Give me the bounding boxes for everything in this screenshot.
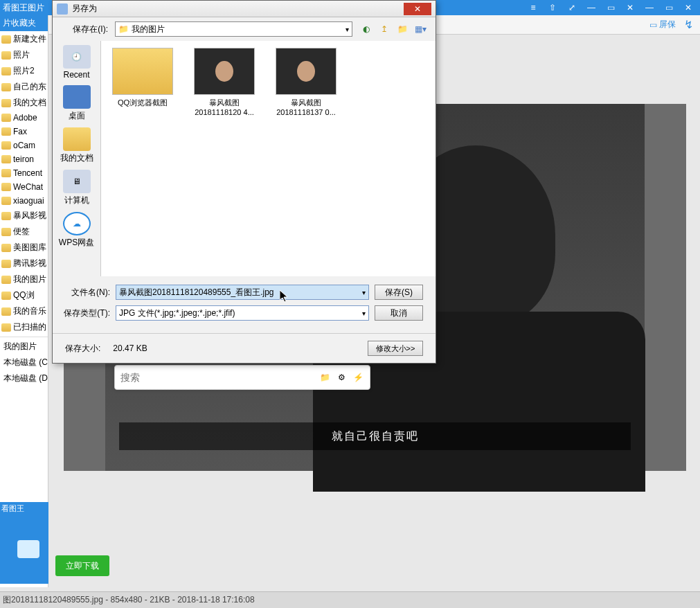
place-recent[interactable]: 🕘Recent [62,44,92,81]
chevron-down-icon[interactable]: ▾ [362,310,366,317]
restore-icon[interactable]: ▭ [602,1,620,14]
view-icon[interactable]: ▦▾ [413,22,427,36]
filetype-combo[interactable]: JPG 文件(*.jpg;*.jpeg;*.jpe;*.jfif) ▾ [116,305,369,321]
sidebar-item[interactable]: 便签 [0,224,48,240]
pin-icon[interactable]: ⇧ [544,1,562,14]
file-item[interactable]: QQ浏览器截图 [108,48,177,107]
search-input[interactable] [120,372,314,383]
sidebar-item[interactable]: xiaoguai [0,194,48,208]
sidebar-item[interactable]: 照片2 [0,63,48,79]
folder-icon [1,127,11,136]
sidebar-item[interactable]: 暴风影视 [0,208,48,224]
size-label: 保存大小: [65,343,100,355]
back-icon[interactable]: ◐ [359,22,373,36]
place-desktop[interactable]: 桌面 [62,84,92,123]
file-item[interactable]: 暴风截图20181118120 4... [190,48,259,118]
screensaver-button[interactable]: ▭ 屏保 [649,19,676,30]
sidebar-item-label: 自己的东 [13,81,46,93]
cancel-button[interactable]: 取消 [375,305,423,321]
folder-icon [1,228,11,236]
sidebar-item[interactable]: 自己的东 [0,79,48,95]
sidebar-item[interactable]: 我的图片 [0,271,48,287]
sidebar-item-label: 美图图库 [13,242,46,253]
sidebar-item[interactable]: QQ浏 [0,287,48,303]
sidebar-item-label: 我的图片 [13,274,46,285]
download-button[interactable]: 立即下载 [55,555,109,576]
folder-icon [1,307,11,316]
sidebar-item[interactable]: teiron [0,152,48,166]
filename-input[interactable] [119,287,362,297]
sidebar-item-label: xiaoguai [13,196,44,206]
folder-icon [1,197,11,205]
folder-icon [1,114,11,122]
sidebar-item-label: Fax [13,127,27,136]
minimize-icon[interactable]: — [582,1,600,14]
sidebar-item-label: 新建文件 [13,33,46,45]
sidebar-item[interactable]: 已扫描的 [0,319,48,335]
file-name: 暴风截图20181118120 4... [195,98,254,118]
dialog-title-text: 另存为 [72,3,97,15]
outer-close-icon[interactable]: ✕ [679,1,697,14]
sidebar-item[interactable]: 本地磁盘 (D [0,370,48,386]
save-in-select[interactable]: 📁 我的图片 ▾ [115,21,352,37]
resize-button[interactable]: 修改大小>> [368,341,423,356]
sidebar-item[interactable]: 美图图库 [0,240,48,256]
sidebar-item[interactable]: 我的图片 [0,339,48,355]
fullscreen-icon[interactable]: ⤢ [563,1,581,14]
up-icon[interactable]: ↥ [377,22,391,36]
chevron-down-icon[interactable]: ▾ [362,289,366,296]
sidebar-item-label: 本地磁盘 (C [3,357,48,368]
file-item[interactable]: 暴风截图20181118137 0... [271,48,341,118]
file-name: QQ浏览器截图 [118,98,168,107]
gear-icon[interactable]: ⚙ [335,371,348,384]
sidebar-item[interactable]: Fax [0,125,48,138]
search-bar[interactable]: 📁 ⚙ ⚡ [114,365,370,390]
new-folder-icon[interactable]: 📁 [395,22,409,36]
wps-icon: ☁ [63,212,91,235]
sidebar-item-label: 我的文档 [13,97,46,109]
outer-restore-icon[interactable]: ▭ [660,1,678,14]
sidebar-item[interactable]: 照片 [0,47,48,63]
place-computer[interactable]: 🖥计算机 [62,168,92,208]
sidebar-item[interactable]: 腾讯影视 [0,256,48,271]
sidebar-item-label: oCam [13,141,35,150]
menu-icon[interactable]: ≡ [524,1,542,14]
video-subtitle: 就自己很自责吧 [119,422,631,450]
folder-icon [1,155,11,163]
place-wps[interactable]: ☁WPS网盘 [57,211,96,250]
sidebar-item[interactable]: 本地磁盘 (C [0,355,48,370]
image-thumbnail [276,48,336,95]
sidebar-item-label: 照片2 [13,65,35,77]
sidebar-item-label: 便签 [13,226,30,238]
place-label: 桌面 [69,110,85,122]
save-button[interactable]: 保存(S) [375,285,423,300]
sidebar-item[interactable]: Adobe [0,111,48,125]
folder-icon[interactable]: 📁 [318,371,331,384]
filename-combo[interactable]: ▾ [116,285,369,300]
sidebar-item-label: 暴风影视 [13,210,46,222]
dialog-titlebar[interactable]: 另存为 ✕ [53,1,436,17]
outer-minimize-icon[interactable]: — [640,1,658,14]
place-mydocs[interactable]: 我的文档 [59,126,95,166]
sidebar-item[interactable]: 我的音乐 [0,303,48,319]
statusbar: 图20181118120489555.jpg - 854x480 - 21KB … [0,591,700,608]
sidebar-item[interactable]: WeChat [0,180,48,194]
sidebar-item-label: Adobe [13,113,37,123]
sidebar-item-label: 照片 [13,49,30,61]
folder-icon [1,99,11,107]
file-name: 暴风截图20181118137 0... [276,98,336,118]
file-list[interactable]: QQ浏览器截图暴风截图20181118120 4...暴风截图201811181… [101,41,436,276]
sidebar-item[interactable]: oCam [0,138,48,152]
sidebar-item[interactable]: 我的文档 [0,95,48,111]
sidebar-item[interactable]: Tencent [0,166,48,180]
bolt-icon[interactable]: ⚡ [352,371,364,384]
folder-icon [1,67,11,75]
sidebar-header: 片收藏夹 [0,15,48,31]
settings-icon[interactable]: ↯ [684,18,693,31]
dialog-close-button[interactable]: ✕ [404,3,431,15]
close-app-icon[interactable]: ✕ [621,1,639,14]
save-in-row: 保存在(I): 📁 我的图片 ▾ ◐ ↥ 📁 ▦▾ [53,17,436,41]
chat-icon[interactable] [17,540,39,558]
sidebar-item[interactable]: 新建文件 [0,31,48,47]
sidebar-item-label: 我的音乐 [13,305,46,317]
